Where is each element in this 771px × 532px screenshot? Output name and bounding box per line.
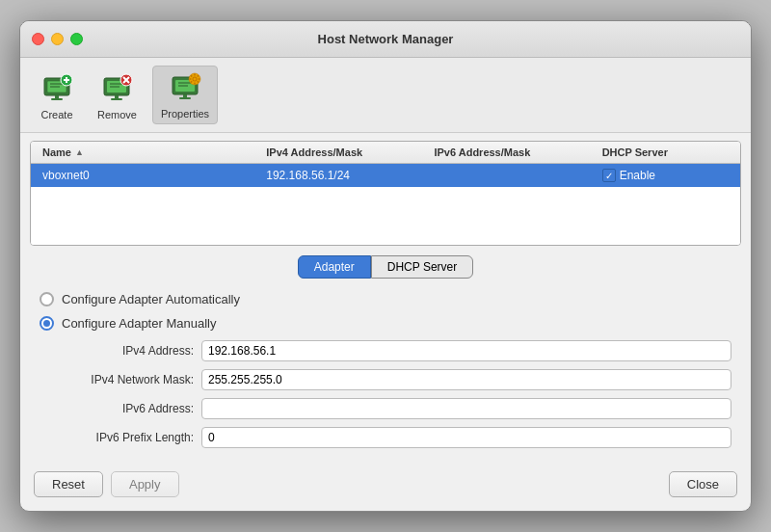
ipv4-mask-input[interactable] xyxy=(201,369,731,390)
minimize-button[interactable] xyxy=(51,33,64,45)
ipv4-address-row: IPv4 Address: xyxy=(40,340,731,361)
ipv6-address-label: IPv6 Address: xyxy=(40,402,194,415)
remove-label: Remove xyxy=(97,109,137,120)
remove-icon xyxy=(99,71,134,106)
main-window: Host Network Manager xyxy=(19,20,752,512)
auto-adapter-label: Configure Adapter Automatically xyxy=(62,292,240,306)
tab-dhcp-server[interactable]: DHCP Server xyxy=(371,255,473,279)
network-table: Name ▲ IPv4 Address/Mask IPv6 Address/Ma… xyxy=(30,141,741,246)
toolbar: Create Remove xyxy=(20,58,751,133)
ipv6-prefix-input[interactable] xyxy=(201,427,731,448)
manual-adapter-label: Configure Adapter Manually xyxy=(62,316,216,331)
svg-rect-15 xyxy=(111,98,122,100)
row-name: vboxnet0 xyxy=(39,167,262,184)
ipv4-address-label: IPv4 Address: xyxy=(40,344,194,358)
svg-rect-14 xyxy=(115,95,119,98)
adapter-panel: Configure Adapter Automatically Configur… xyxy=(20,286,751,462)
ipv4-mask-row: IPv4 Network Mask: xyxy=(40,369,731,390)
remove-button[interactable]: Remove xyxy=(90,67,145,124)
create-label: Create xyxy=(40,109,72,120)
svg-rect-23 xyxy=(183,94,187,97)
table-empty-area xyxy=(31,187,740,245)
auto-adapter-radio[interactable] xyxy=(40,292,54,306)
reset-button[interactable]: Reset xyxy=(34,471,103,497)
svg-rect-5 xyxy=(55,95,59,98)
row-ipv6 xyxy=(430,173,598,177)
dhcp-enable-label: Enable xyxy=(620,169,655,182)
maximize-button[interactable] xyxy=(70,33,83,45)
col-name: Name ▲ xyxy=(39,145,262,160)
svg-rect-31 xyxy=(199,78,200,80)
svg-rect-28 xyxy=(194,74,196,76)
apply-button[interactable]: Apply xyxy=(111,471,179,497)
ipv4-mask-label: IPv4 Network Mask: xyxy=(40,373,194,386)
properties-label: Properties xyxy=(161,108,209,120)
properties-button[interactable]: Properties xyxy=(152,66,218,124)
auto-adapter-row: Configure Adapter Automatically xyxy=(40,292,731,306)
svg-rect-30 xyxy=(190,78,192,80)
close-button[interactable]: Close xyxy=(669,471,737,497)
sort-arrow-icon: ▲ xyxy=(75,147,84,157)
titlebar: Host Network Manager xyxy=(20,21,751,58)
ipv6-prefix-row: IPv6 Prefix Length: xyxy=(40,427,731,448)
create-button[interactable]: Create xyxy=(32,67,82,124)
close-button[interactable] xyxy=(32,33,44,45)
col-ipv4: IPv4 Address/Mask xyxy=(262,145,430,160)
ipv6-address-row: IPv6 Address: xyxy=(40,398,731,419)
svg-rect-29 xyxy=(194,83,196,85)
ipv6-address-input[interactable] xyxy=(201,398,731,419)
col-dhcp: DHCP Server xyxy=(598,145,732,160)
create-icon xyxy=(40,71,74,106)
ipv6-prefix-label: IPv6 Prefix Length: xyxy=(40,431,194,444)
tab-bar: Adapter DHCP Server xyxy=(20,255,751,279)
manual-adapter-radio[interactable] xyxy=(40,316,54,331)
window-title: Host Network Manager xyxy=(318,32,454,46)
svg-rect-24 xyxy=(179,97,191,99)
row-ipv4: 192.168.56.1/24 xyxy=(262,167,430,184)
manual-adapter-row: Configure Adapter Manually xyxy=(40,316,731,331)
svg-rect-6 xyxy=(51,98,63,100)
table-header: Name ▲ IPv4 Address/Mask IPv6 Address/Ma… xyxy=(31,142,740,164)
traffic-lights xyxy=(32,33,83,45)
table-row[interactable]: vboxnet0 192.168.56.1/24 ✓ Enable xyxy=(31,164,740,187)
svg-point-27 xyxy=(194,78,197,81)
ipv4-address-input[interactable] xyxy=(201,340,731,361)
radio-dot xyxy=(43,320,50,327)
dhcp-checkbox[interactable]: ✓ xyxy=(602,169,616,182)
row-dhcp: ✓ Enable xyxy=(598,167,732,184)
tab-adapter[interactable]: Adapter xyxy=(298,255,371,279)
footer: Reset Apply Close xyxy=(20,462,751,511)
properties-icon xyxy=(168,70,202,105)
footer-left-buttons: Reset Apply xyxy=(34,471,179,497)
col-ipv6: IPv6 Address/Mask xyxy=(430,145,598,160)
